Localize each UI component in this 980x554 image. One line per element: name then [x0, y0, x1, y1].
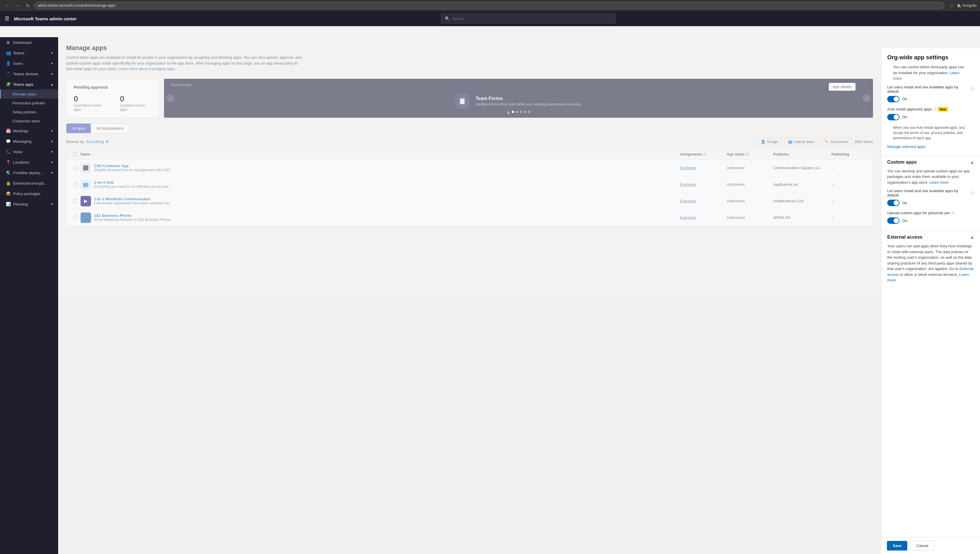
assignments-link[interactable]: Everyone: [680, 182, 696, 186]
sidebar-item-teams-apps[interactable]: 🧩 Teams apps ▲: [0, 79, 58, 89]
locations-icon: 📍: [6, 160, 11, 164]
app-description: Comunicate segmented information animate…: [94, 201, 172, 205]
assignments-info-icon[interactable]: ⓘ: [703, 153, 706, 156]
sidebar-item-teams-devices[interactable]: 📱 Teams devices ▼: [0, 68, 58, 79]
back-button[interactable]: ←: [3, 2, 11, 9]
custom-apps-toggle-2[interactable]: [887, 217, 899, 224]
sidebar-item-label: Messaging: [13, 139, 32, 143]
sidebar-subitem-manage-apps[interactable]: Manage apps: [0, 89, 58, 99]
planning-icon: 📊: [6, 202, 11, 206]
panel-intro-text: You can control which third-party apps c…: [893, 64, 968, 81]
app-details-button[interactable]: App details: [829, 83, 856, 91]
app-info: 1&1 Business Phone Smart telephony featu…: [94, 213, 173, 222]
featured-app-card: Featured app ‹ App details 📋 Team Forms …: [164, 79, 873, 118]
publisher-cell: Appfluence Inc: [773, 182, 832, 186]
row-checkbox[interactable]: [73, 183, 77, 186]
custom-apps-info-icon-2[interactable]: ⓘ: [951, 211, 955, 215]
featured-next-button[interactable]: ›: [862, 94, 871, 102]
app-header: ☰ Microsoft Teams admin center 🔍: [0, 11, 980, 26]
learn-more-link[interactable]: Learn more about managing apps.: [118, 67, 176, 71]
select-all-checkbox[interactable]: [73, 152, 77, 156]
app-description: Simplify Microsoft license management wi…: [94, 168, 172, 172]
hamburger-menu[interactable]: ☰: [5, 15, 9, 22]
sidebar-item-enhanced-encrypt[interactable]: 🔒 Enhanced encrypt...: [0, 178, 58, 188]
pause-slideshow-button[interactable]: ⏸: [507, 111, 510, 115]
row-checkbox[interactable]: [73, 199, 77, 203]
sidebar-item-locations[interactable]: 📍 Locations ▼: [0, 157, 58, 167]
sidebar-item-planning[interactable]: 📊 Planning ▼: [0, 199, 58, 209]
row-checkbox[interactable]: [73, 216, 77, 220]
search-bar[interactable]: 🔍: [441, 14, 616, 24]
manage-selected-link[interactable]: Manage selected apps: [887, 145, 925, 149]
browse-by-dropdown[interactable]: Everything ▼: [86, 140, 109, 144]
reload-button[interactable]: ↻: [24, 2, 31, 9]
sidebar-item-users[interactable]: 👤 Users ▼: [0, 58, 58, 68]
table-row[interactable]: 📞 1&1 Business Phone Smart telephony fea…: [67, 210, 873, 226]
auto-install-toggle[interactable]: [887, 114, 899, 120]
app-name[interactable]: 1-to-1 Worldvds Communicator: [94, 197, 172, 201]
add-to-team-button[interactable]: 👥 Add to team: [784, 138, 818, 146]
sidebar-subitem-setup-policies[interactable]: Setup policies: [0, 108, 58, 116]
app-status-cell: Unblocked: [727, 166, 773, 170]
tab-all-subscriptions[interactable]: All subscriptions: [91, 124, 129, 133]
user-apps-toggle[interactable]: [887, 96, 899, 102]
auto-install-info-icon[interactable]: ⓘ: [933, 107, 936, 111]
featured-label: Featured app: [171, 83, 192, 87]
custom-apps-setting-label-2: Upload custom apps for personal use ⓘ: [887, 211, 974, 215]
teams-icon: 👥: [6, 51, 11, 55]
url-bar[interactable]: admin.teams.microsoft.com/policies/manag…: [34, 2, 945, 9]
app-description: Smart telephony features of 1&1 Business…: [94, 218, 173, 222]
customize-icon: ✏️: [824, 140, 829, 144]
custom-apps-learn-more-link[interactable]: Learn more: [929, 180, 948, 185]
app-name[interactable]: 1&1 Business Phone: [94, 213, 173, 218]
sidebar-item-frontline-deploy[interactable]: 🏗 Frontline deploy... ▼: [0, 167, 58, 178]
app-status-info-icon[interactable]: ⓘ: [746, 153, 749, 156]
table-row[interactable]: ⬛ CSP Customer App Simplify Microsoft li…: [67, 160, 873, 177]
app-name[interactable]: 1-on-1 Hub: [94, 180, 171, 185]
sidebar-item-label: Meetings: [13, 129, 29, 133]
table-row[interactable]: ▶ 1-to-1 Worldvds Communicator Comunicat…: [67, 193, 873, 210]
table-row[interactable]: 👥 1-on-1 Hub Everything you need to run …: [67, 177, 873, 193]
user-apps-info-icon[interactable]: ⓘ: [971, 87, 974, 91]
sort-arrow-icon: ↑: [91, 153, 93, 156]
name-column-header[interactable]: Name ↑: [81, 152, 680, 156]
sidebar-subitem-customize-store[interactable]: Customize store: [0, 116, 58, 126]
app-name[interactable]: CSP Customer App: [94, 164, 172, 168]
assignments-link[interactable]: Everyone: [680, 199, 696, 203]
sidebar-item-label: Teams devices: [13, 72, 38, 76]
cancel-button[interactable]: Cancel: [910, 541, 934, 551]
app-icon: ⬛: [81, 163, 91, 173]
sidebar-item-messaging[interactable]: 💬 Messaging ▼: [0, 136, 58, 146]
sidebar-subitem-permission-policies[interactable]: Permission policies: [0, 99, 58, 108]
sidebar-item-label: Planning: [13, 202, 28, 206]
sidebar-item-dashboard[interactable]: ⊞ Dashboard: [0, 37, 58, 48]
assignments-link[interactable]: Everyone: [680, 166, 696, 170]
apps-table: Name ↑ Assignments ⓘ App status ⓘ Publis…: [66, 149, 873, 226]
custom-apps-collapse-button[interactable]: ▲: [970, 160, 974, 164]
sidebar-item-teams[interactable]: 👥 Teams ▼: [0, 48, 58, 58]
save-button[interactable]: Save: [887, 541, 907, 551]
tab-all-apps[interactable]: All apps: [66, 124, 91, 133]
featured-prev-button[interactable]: ‹: [166, 94, 174, 102]
sidebar-item-meetings[interactable]: 📅 Meetings ▼: [0, 126, 58, 136]
forward-button[interactable]: →: [14, 2, 22, 9]
bookmark-icon[interactable]: ☆: [950, 3, 954, 8]
page-title: Manage apps: [66, 44, 873, 52]
external-access-section: Your users can add apps when they host m…: [881, 243, 980, 287]
chevron-down-icon: ▼: [51, 62, 54, 65]
add-to-team-icon: 👥: [788, 140, 793, 144]
row-checkbox[interactable]: [73, 166, 77, 170]
external-access-collapse-button[interactable]: ▲: [970, 235, 974, 239]
panel-title: Org-wide app settings: [887, 54, 974, 61]
customize-button[interactable]: ✏️ Customize: [821, 138, 852, 146]
sidebar-item-policy-packages[interactable]: 📦 Policy packages: [0, 188, 58, 199]
app-name-cell: ⬛ CSP Customer App Simplify Microsoft li…: [81, 163, 680, 173]
assign-button[interactable]: 👤 Assign: [757, 138, 782, 146]
assignments-link[interactable]: Everyone: [680, 215, 696, 220]
sidebar-subitem-label: Setup policies: [13, 110, 36, 114]
custom-apps-toggle-1[interactable]: [887, 200, 899, 206]
sidebar-item-voice[interactable]: 📞 Voice ▼: [0, 146, 58, 157]
search-input[interactable]: [452, 17, 612, 21]
custom-apps-info-icon-1[interactable]: ⓘ: [971, 191, 974, 195]
app-info: 1-to-1 Worldvds Communicator Comunicate …: [94, 197, 172, 205]
